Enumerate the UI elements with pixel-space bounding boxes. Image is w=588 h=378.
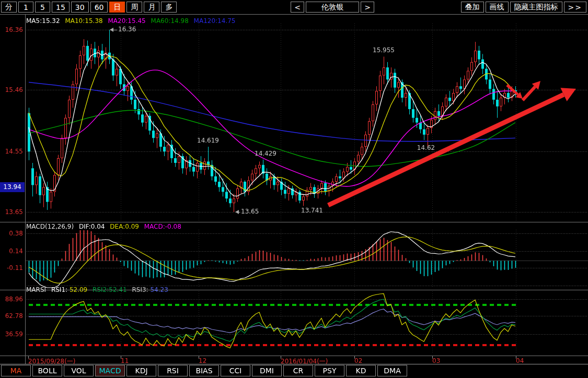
symbol-next-button[interactable]: >	[361, 2, 374, 13]
macd-params-label: MACD(12,26,9)	[26, 223, 74, 230]
macd-legend: MACD(12,26,9) DIF:0.04 DEA:0.09 MACD:-0.…	[26, 223, 185, 230]
indicator-tab-kdj[interactable]: KDJ	[126, 365, 156, 376]
indicator-tab-dmi[interactable]: DMI	[252, 365, 282, 376]
period-button-3[interactable]: 15	[52, 2, 70, 13]
axis-label: -0.11	[0, 264, 25, 271]
indicator-tab-cci[interactable]: CCI	[221, 365, 250, 376]
indicator-tab-cr[interactable]: CR	[283, 365, 313, 376]
period-button-1[interactable]: 1	[18, 2, 33, 13]
ma5-value: MA5:15.32	[26, 17, 60, 25]
axis-label: 14.55	[0, 148, 25, 155]
rsi1-label: RSI1:	[51, 286, 67, 293]
time-axis-label: 03	[432, 357, 440, 364]
axis-label: 0.38	[0, 230, 25, 237]
indicator-tab-boll[interactable]: BOLL	[32, 365, 62, 376]
dif-value: DIF:0.04	[79, 223, 105, 230]
hide-main-indicator-button[interactable]: 隐藏主图指标	[510, 2, 562, 13]
period-button-8[interactable]: 月	[144, 2, 159, 13]
period-button-5[interactable]: 60	[90, 2, 108, 13]
overlay-button[interactable]: 叠加	[461, 2, 484, 13]
macd-value: MACD:-0.08	[144, 223, 181, 230]
chart-application-window: 分15153060日周月多 < 伦敦银 > 叠加 画线 隐藏主图指标 >> MA…	[0, 0, 588, 378]
indicator-tab-psy[interactable]: PSY	[315, 365, 344, 376]
axis-label: 16.36	[0, 26, 25, 33]
rsi3-value: 54.23	[150, 286, 168, 293]
time-axis-label: 02	[354, 357, 362, 364]
indicator-tab-macd[interactable]: MACD	[95, 365, 125, 376]
chart-canvas[interactable]	[0, 0, 588, 378]
more-tools-button[interactable]: >>	[564, 2, 586, 13]
indicator-tab-ma[interactable]: MA	[1, 365, 31, 376]
toolbar-separator	[0, 14, 588, 15]
axis-label: 88.96	[0, 296, 25, 303]
indicator-tab-vol[interactable]: VOL	[64, 365, 94, 376]
price-axis-tag: 13.94	[0, 182, 25, 192]
indicator-tab-bias[interactable]: BIAS	[189, 365, 219, 376]
top-toolbar: 分15153060日周月多 < 伦敦银 > 叠加 画线 隐藏主图指标 >>	[0, 0, 588, 14]
indicator-tab-dma[interactable]: DMA	[377, 365, 407, 376]
xaxis-separator	[0, 356, 588, 356]
rsi2-value: RSI2:52.41	[93, 286, 127, 293]
rsi3-label: RSI3:	[132, 286, 148, 293]
marsi-label: MARSI	[26, 286, 46, 293]
dea-value: DEA:0.09	[110, 223, 139, 230]
axis-label: 13.65	[0, 208, 25, 216]
draw-line-button[interactable]: 画线	[486, 2, 509, 13]
macd-pane-separator	[0, 222, 588, 222]
ma10-value: MA10:15.38	[65, 17, 102, 25]
axis-label: 62.78	[0, 312, 25, 320]
period-button-0[interactable]: 分	[1, 2, 17, 13]
time-axis-label: 11	[121, 357, 129, 364]
ma20-value: MA20:15.45	[108, 17, 145, 25]
axis-label: 36.59	[0, 330, 25, 338]
price-axis-border	[25, 14, 26, 364]
rsi1-value: 52.09	[70, 286, 87, 293]
indicator-tab-kd[interactable]: KD	[346, 365, 376, 376]
indicator-tab-bar: MABOLLVOLMACDKDJRSIBIASCCIDMICRPSYKDDMA	[1, 365, 407, 376]
rsi-legend: MARSI RSI1: 52.09 RSI2:52.41 RSI3: 54.23	[26, 286, 171, 293]
period-button-4[interactable]: 30	[71, 2, 89, 13]
symbol-name-button[interactable]: 伦敦银	[306, 2, 359, 13]
period-button-group: 分15153060日周月多	[1, 2, 177, 13]
axis-label: 15.46	[0, 86, 25, 93]
time-axis-label: 04	[516, 357, 524, 364]
period-button-7[interactable]: 周	[126, 2, 142, 13]
ma60-value: MA60:14.98	[151, 17, 189, 25]
ma120-value: MA120:14.75	[194, 17, 236, 25]
indicator-tab-rsi[interactable]: RSI	[158, 365, 188, 376]
ma-legend: MA5:15.32 MA10:15.38 MA20:15.45 MA60:14.…	[26, 17, 238, 25]
period-button-9[interactable]: 多	[161, 2, 177, 13]
symbol-prev-button[interactable]: <	[291, 2, 304, 13]
axis-label: 0.14	[0, 247, 25, 255]
period-button-6[interactable]: 日	[109, 2, 125, 13]
period-button-2[interactable]: 5	[35, 2, 50, 13]
time-axis-label: 12	[199, 357, 206, 364]
